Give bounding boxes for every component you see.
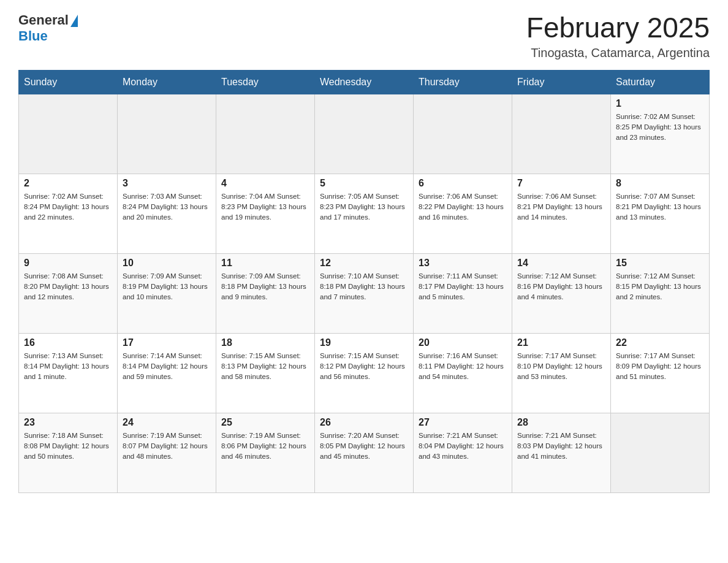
day-info: Sunrise: 7:18 AM Sunset: 8:08 PM Dayligh… [24, 431, 112, 462]
calendar-day-cell: 10Sunrise: 7:09 AM Sunset: 8:19 PM Dayli… [118, 253, 216, 333]
day-info: Sunrise: 7:15 AM Sunset: 8:13 PM Dayligh… [221, 351, 309, 383]
day-info: Sunrise: 7:12 AM Sunset: 8:15 PM Dayligh… [616, 271, 704, 303]
calendar-day-cell: 5Sunrise: 7:05 AM Sunset: 8:23 PM Daylig… [315, 174, 414, 253]
day-info: Sunrise: 7:20 AM Sunset: 8:05 PM Dayligh… [320, 431, 408, 462]
day-number: 15 [616, 258, 704, 269]
title-area: February 2025 Tinogasta, Catamarca, Arge… [526, 12, 710, 60]
calendar-day-cell: 7Sunrise: 7:06 AM Sunset: 8:21 PM Daylig… [512, 174, 611, 253]
day-number: 6 [419, 178, 507, 189]
logo-triangle-icon [70, 15, 78, 27]
calendar-title: February 2025 [526, 12, 710, 44]
day-info: Sunrise: 7:21 AM Sunset: 8:03 PM Dayligh… [517, 431, 605, 462]
day-number: 18 [221, 337, 309, 348]
calendar-week-row: 16Sunrise: 7:13 AM Sunset: 8:14 PM Dayli… [19, 333, 710, 413]
day-of-week-header: Tuesday [216, 70, 315, 94]
day-number: 9 [24, 258, 112, 269]
day-info: Sunrise: 7:06 AM Sunset: 8:22 PM Dayligh… [419, 191, 507, 223]
calendar-day-cell: 6Sunrise: 7:06 AM Sunset: 8:22 PM Daylig… [414, 174, 512, 253]
calendar-day-cell: 18Sunrise: 7:15 AM Sunset: 8:13 PM Dayli… [216, 333, 315, 413]
calendar-day-cell: 23Sunrise: 7:18 AM Sunset: 8:08 PM Dayli… [19, 413, 118, 492]
day-number: 23 [24, 417, 112, 428]
calendar-day-cell: 14Sunrise: 7:12 AM Sunset: 8:16 PM Dayli… [512, 253, 611, 333]
day-number: 7 [517, 178, 605, 189]
day-info: Sunrise: 7:17 AM Sunset: 8:09 PM Dayligh… [616, 351, 704, 383]
day-number: 21 [517, 337, 605, 348]
day-number: 12 [320, 258, 408, 269]
calendar-day-cell: 8Sunrise: 7:07 AM Sunset: 8:21 PM Daylig… [611, 174, 710, 253]
header: General Blue February 2025 Tinogasta, Ca… [18, 12, 710, 60]
logo-general-text: General [18, 12, 69, 28]
logo: General Blue [18, 12, 78, 44]
day-info: Sunrise: 7:17 AM Sunset: 8:10 PM Dayligh… [517, 351, 605, 383]
day-number: 1 [616, 98, 704, 109]
day-number: 19 [320, 337, 408, 348]
day-of-week-header: Saturday [611, 70, 710, 94]
day-info: Sunrise: 7:15 AM Sunset: 8:12 PM Dayligh… [320, 351, 408, 383]
day-info: Sunrise: 7:06 AM Sunset: 8:21 PM Dayligh… [517, 191, 605, 223]
day-number: 25 [221, 417, 309, 428]
day-of-week-header: Thursday [414, 70, 512, 94]
day-of-week-header: Friday [512, 70, 611, 94]
calendar-day-cell [315, 94, 414, 174]
day-number: 28 [517, 417, 605, 428]
calendar-day-cell [611, 413, 710, 492]
day-info: Sunrise: 7:02 AM Sunset: 8:25 PM Dayligh… [616, 112, 704, 144]
calendar-day-cell [414, 94, 512, 174]
calendar-day-cell [19, 94, 118, 174]
calendar-header-row: SundayMondayTuesdayWednesdayThursdayFrid… [19, 70, 710, 94]
calendar-day-cell: 16Sunrise: 7:13 AM Sunset: 8:14 PM Dayli… [19, 333, 118, 413]
day-number: 10 [123, 258, 211, 269]
calendar-day-cell: 12Sunrise: 7:10 AM Sunset: 8:18 PM Dayli… [315, 253, 414, 333]
day-info: Sunrise: 7:09 AM Sunset: 8:18 PM Dayligh… [221, 271, 309, 303]
day-number: 26 [320, 417, 408, 428]
day-number: 24 [123, 417, 211, 428]
day-info: Sunrise: 7:04 AM Sunset: 8:23 PM Dayligh… [221, 191, 309, 223]
day-number: 11 [221, 258, 309, 269]
calendar-week-row: 9Sunrise: 7:08 AM Sunset: 8:20 PM Daylig… [19, 253, 710, 333]
day-info: Sunrise: 7:02 AM Sunset: 8:24 PM Dayligh… [24, 191, 112, 223]
calendar-day-cell: 22Sunrise: 7:17 AM Sunset: 8:09 PM Dayli… [611, 333, 710, 413]
day-number: 22 [616, 337, 704, 348]
calendar-day-cell: 11Sunrise: 7:09 AM Sunset: 8:18 PM Dayli… [216, 253, 315, 333]
day-number: 5 [320, 178, 408, 189]
calendar-subtitle: Tinogasta, Catamarca, Argentina [526, 46, 710, 60]
calendar-day-cell: 15Sunrise: 7:12 AM Sunset: 8:15 PM Dayli… [611, 253, 710, 333]
calendar-table: SundayMondayTuesdayWednesdayThursdayFrid… [18, 70, 710, 493]
calendar-day-cell: 27Sunrise: 7:21 AM Sunset: 8:04 PM Dayli… [414, 413, 512, 492]
calendar-day-cell: 3Sunrise: 7:03 AM Sunset: 8:24 PM Daylig… [118, 174, 216, 253]
day-info: Sunrise: 7:08 AM Sunset: 8:20 PM Dayligh… [24, 271, 112, 303]
calendar-day-cell: 25Sunrise: 7:19 AM Sunset: 8:06 PM Dayli… [216, 413, 315, 492]
calendar-day-cell: 28Sunrise: 7:21 AM Sunset: 8:03 PM Dayli… [512, 413, 611, 492]
day-of-week-header: Wednesday [315, 70, 414, 94]
day-number: 3 [123, 178, 211, 189]
calendar-week-row: 23Sunrise: 7:18 AM Sunset: 8:08 PM Dayli… [19, 413, 710, 492]
calendar-day-cell: 17Sunrise: 7:14 AM Sunset: 8:14 PM Dayli… [118, 333, 216, 413]
day-number: 17 [123, 337, 211, 348]
day-info: Sunrise: 7:11 AM Sunset: 8:17 PM Dayligh… [419, 271, 507, 303]
day-of-week-header: Monday [118, 70, 216, 94]
day-info: Sunrise: 7:14 AM Sunset: 8:14 PM Dayligh… [123, 351, 211, 383]
calendar-day-cell: 19Sunrise: 7:15 AM Sunset: 8:12 PM Dayli… [315, 333, 414, 413]
day-info: Sunrise: 7:16 AM Sunset: 8:11 PM Dayligh… [419, 351, 507, 383]
day-number: 27 [419, 417, 507, 428]
calendar-day-cell [512, 94, 611, 174]
calendar-day-cell: 9Sunrise: 7:08 AM Sunset: 8:20 PM Daylig… [19, 253, 118, 333]
calendar-day-cell: 1Sunrise: 7:02 AM Sunset: 8:25 PM Daylig… [611, 94, 710, 174]
calendar-day-cell: 20Sunrise: 7:16 AM Sunset: 8:11 PM Dayli… [414, 333, 512, 413]
calendar-day-cell: 24Sunrise: 7:19 AM Sunset: 8:07 PM Dayli… [118, 413, 216, 492]
calendar-day-cell [216, 94, 315, 174]
day-of-week-header: Sunday [19, 70, 118, 94]
calendar-day-cell [118, 94, 216, 174]
day-info: Sunrise: 7:09 AM Sunset: 8:19 PM Dayligh… [123, 271, 211, 303]
day-info: Sunrise: 7:05 AM Sunset: 8:23 PM Dayligh… [320, 191, 408, 223]
calendar-day-cell: 26Sunrise: 7:20 AM Sunset: 8:05 PM Dayli… [315, 413, 414, 492]
day-number: 8 [616, 178, 704, 189]
calendar-day-cell: 2Sunrise: 7:02 AM Sunset: 8:24 PM Daylig… [19, 174, 118, 253]
calendar-day-cell: 21Sunrise: 7:17 AM Sunset: 8:10 PM Dayli… [512, 333, 611, 413]
day-info: Sunrise: 7:10 AM Sunset: 8:18 PM Dayligh… [320, 271, 408, 303]
calendar-day-cell: 4Sunrise: 7:04 AM Sunset: 8:23 PM Daylig… [216, 174, 315, 253]
day-number: 13 [419, 258, 507, 269]
day-number: 4 [221, 178, 309, 189]
day-info: Sunrise: 7:13 AM Sunset: 8:14 PM Dayligh… [24, 351, 112, 383]
day-number: 14 [517, 258, 605, 269]
